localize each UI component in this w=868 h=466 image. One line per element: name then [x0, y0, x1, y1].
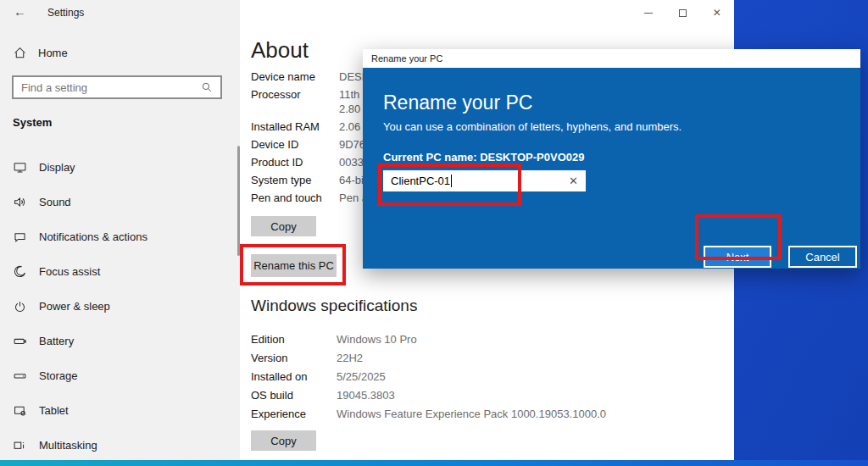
copy-device-info-button[interactable]: Copy	[251, 216, 316, 236]
battery-icon	[13, 334, 27, 348]
sidebar-item-battery[interactable]: Battery	[0, 324, 240, 358]
sound-icon	[13, 195, 27, 209]
spec-label: OS build	[251, 388, 337, 402]
sidebar-item-label: Home	[38, 47, 68, 59]
info-label: Pen and touch	[251, 191, 339, 205]
search-box[interactable]	[12, 75, 222, 99]
maximize-button[interactable]	[665, 0, 699, 25]
spec-row: OS build 19045.3803	[251, 388, 726, 402]
bottom-progress-strip	[0, 460, 868, 466]
text-caret	[451, 175, 452, 187]
spec-value: Windows Feature Experience Pack 1000.190…	[337, 407, 606, 421]
sidebar-item-label: Display	[39, 161, 75, 174]
pc-name-input-value: ClientPC-01	[391, 175, 450, 187]
sidebar-item-multitasking[interactable]: Multitasking	[0, 428, 240, 463]
sidebar-item-sound[interactable]: Sound	[0, 185, 240, 219]
specs-list: Edition Windows 10 Pro Version 22H2 Inst…	[251, 332, 726, 425]
info-label: System type	[251, 173, 339, 187]
spec-value: 19045.3803	[337, 388, 395, 402]
rename-pc-dialog: Rename your PC Rename your PC You can us…	[363, 49, 860, 269]
info-label: Device name	[251, 69, 339, 84]
search-input[interactable]	[21, 81, 201, 94]
sidebar-item-label: Multitasking	[39, 439, 97, 452]
sidebar-item-notifications[interactable]: Notifications & actions	[0, 219, 240, 254]
clear-input-icon[interactable]: ✕	[569, 175, 578, 186]
sidebar-item-power-sleep[interactable]: Power & sleep	[0, 289, 240, 324]
close-button[interactable]: ✕	[700, 0, 734, 25]
rename-this-pc-button[interactable]: Rename this PC	[251, 254, 337, 277]
dialog-body: Rename your PC You can use a combination…	[363, 68, 860, 269]
spec-value: 5/25/2025	[337, 369, 386, 384]
spec-value: Windows 10 Pro	[337, 332, 417, 347]
home-icon	[13, 46, 27, 60]
sidebar-item-label: Tablet	[39, 404, 69, 417]
multitasking-icon	[13, 438, 27, 452]
maximize-icon	[679, 9, 687, 17]
spec-row: Installed on 5/25/2025	[251, 369, 726, 384]
spec-label: Installed on	[251, 369, 337, 384]
sidebar-item-home[interactable]: Home	[13, 46, 68, 60]
tablet-icon	[13, 403, 27, 418]
current-pc-name-text: Current PC name: DESKTOP-P0VO029	[383, 151, 584, 164]
spec-row: Edition Windows 10 Pro	[251, 332, 726, 347]
spec-row: Experience Windows Feature Experience Pa…	[251, 407, 726, 421]
display-icon	[13, 160, 27, 175]
sidebar-item-storage[interactable]: Storage	[0, 358, 240, 393]
focus-assist-icon	[13, 264, 27, 279]
spec-value: 22H2	[337, 351, 363, 365]
search-icon[interactable]	[201, 81, 213, 93]
power-sleep-icon	[13, 299, 27, 313]
window-controls: ✕	[632, 0, 734, 25]
dialog-heading: Rename your PC	[383, 92, 532, 114]
spec-row: Version 22H2	[251, 351, 726, 365]
dialog-window-title: Rename your PC	[371, 53, 442, 64]
back-icon[interactable]: ←	[14, 4, 26, 19]
pc-name-input[interactable]: ClientPC-01 ✕	[383, 170, 586, 191]
sidebar-item-focus-assist[interactable]: Focus assist	[0, 254, 240, 289]
info-label: Product ID	[251, 155, 339, 169]
sidebar: ← Settings Home System	[0, 0, 240, 460]
minimize-icon	[644, 13, 653, 14]
info-label: Processor	[251, 87, 339, 116]
minimize-button[interactable]	[632, 0, 665, 25]
sidebar-item-label: Sound	[39, 196, 71, 208]
info-label: Device ID	[251, 137, 339, 152]
close-icon: ✕	[713, 8, 721, 18]
sidebar-item-label: Focus assist	[39, 265, 100, 278]
sidebar-item-label: Power & sleep	[39, 300, 110, 313]
sidebar-item-display[interactable]: Display	[0, 150, 240, 185]
notifications-icon	[13, 230, 27, 244]
sidebar-section-system: System	[13, 116, 52, 129]
sidebar-nav: Display Sound Notifications & actions	[0, 150, 240, 463]
desktop: ← Settings Home System	[0, 0, 868, 466]
spec-label: Experience	[251, 407, 337, 421]
sidebar-scrollbar[interactable]	[237, 146, 240, 256]
dialog-instruction: You can use a combination of letters, hy…	[383, 120, 682, 133]
sidebar-item-tablet[interactable]: Tablet	[0, 393, 240, 428]
next-button[interactable]: Next	[704, 246, 771, 268]
copy-specs-button[interactable]: Copy	[251, 430, 316, 451]
sidebar-item-label: Notifications & actions	[39, 230, 147, 243]
window-title: Settings	[47, 7, 84, 19]
storage-icon	[13, 369, 27, 383]
info-label: Installed RAM	[251, 119, 339, 134]
cancel-button[interactable]: Cancel	[788, 246, 857, 268]
windows-specifications-title: Windows specifications	[251, 297, 417, 315]
page-title: About	[251, 37, 309, 64]
spec-label: Edition	[251, 332, 337, 347]
dialog-titlebar[interactable]: Rename your PC	[363, 49, 860, 68]
spec-label: Version	[251, 351, 337, 365]
sidebar-item-label: Storage	[39, 369, 78, 382]
sidebar-item-label: Battery	[39, 335, 74, 347]
